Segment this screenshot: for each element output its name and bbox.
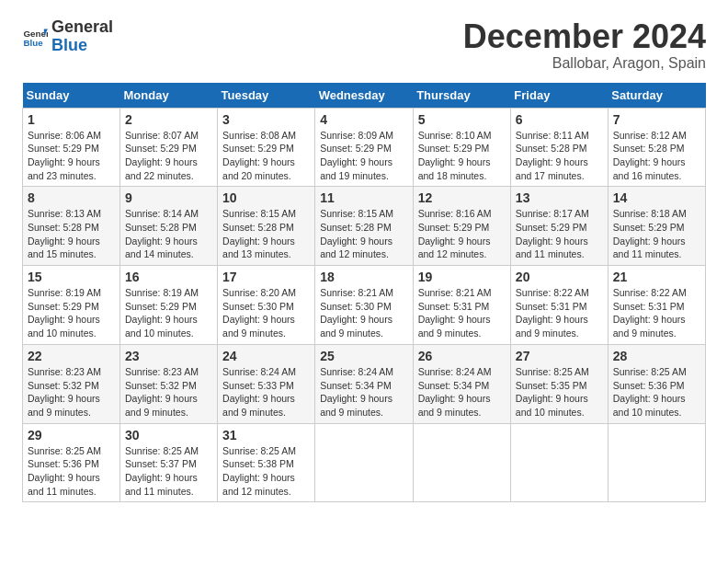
calendar-cell: 19Sunrise: 8:21 AMSunset: 5:31 PMDayligh…: [413, 266, 510, 345]
day-number: 19: [418, 270, 506, 284]
calendar-row-2: 15Sunrise: 8:19 AMSunset: 5:29 PMDayligh…: [23, 266, 706, 345]
header-row: Sunday Monday Tuesday Wednesday Thursday…: [23, 83, 706, 109]
day-info: Sunrise: 8:22 AMSunset: 5:31 PMDaylight:…: [613, 286, 700, 340]
day-info: Sunrise: 8:17 AMSunset: 5:29 PMDaylight:…: [516, 207, 603, 261]
title-area: December 2024 Ballobar, Aragon, Spain: [463, 18, 706, 72]
calendar-cell: 28Sunrise: 8:25 AMSunset: 5:36 PMDayligh…: [608, 344, 705, 423]
logo-blue: Blue: [51, 37, 113, 55]
calendar-cell: 11Sunrise: 8:15 AMSunset: 5:28 PMDayligh…: [315, 187, 413, 266]
calendar-cell: 13Sunrise: 8:17 AMSunset: 5:29 PMDayligh…: [510, 187, 608, 266]
calendar-cell: 3Sunrise: 8:08 AMSunset: 5:29 PMDaylight…: [218, 108, 315, 187]
day-number: 20: [516, 270, 603, 284]
calendar-cell: 8Sunrise: 8:13 AMSunset: 5:28 PMDaylight…: [23, 187, 120, 266]
day-info: Sunrise: 8:09 AMSunset: 5:29 PMDaylight:…: [320, 129, 407, 183]
day-info: Sunrise: 8:08 AMSunset: 5:29 PMDaylight:…: [222, 129, 310, 183]
day-number: 21: [613, 270, 700, 284]
month-title: December 2024: [463, 18, 706, 55]
day-info: Sunrise: 8:10 AMSunset: 5:29 PMDaylight:…: [418, 129, 506, 183]
col-saturday: Saturday: [608, 83, 705, 109]
day-number: 3: [222, 112, 310, 127]
day-number: 30: [125, 428, 212, 442]
calendar-row-4: 29Sunrise: 8:25 AMSunset: 5:36 PMDayligh…: [23, 423, 706, 502]
col-tuesday: Tuesday: [218, 83, 315, 109]
col-sunday: Sunday: [23, 83, 120, 109]
calendar-row-3: 22Sunrise: 8:23 AMSunset: 5:32 PMDayligh…: [23, 344, 706, 423]
calendar-cell: [608, 423, 705, 502]
calendar-cell: 25Sunrise: 8:24 AMSunset: 5:34 PMDayligh…: [315, 344, 413, 423]
day-info: Sunrise: 8:15 AMSunset: 5:28 PMDaylight:…: [222, 207, 310, 261]
day-number: 29: [28, 428, 115, 442]
day-info: Sunrise: 8:07 AMSunset: 5:29 PMDaylight:…: [125, 129, 212, 183]
day-number: 6: [516, 112, 603, 127]
calendar-cell: 29Sunrise: 8:25 AMSunset: 5:36 PMDayligh…: [23, 423, 120, 502]
day-number: 15: [28, 270, 115, 284]
day-number: 14: [613, 190, 700, 205]
day-info: Sunrise: 8:06 AMSunset: 5:29 PMDaylight:…: [28, 129, 115, 183]
calendar-cell: 9Sunrise: 8:14 AMSunset: 5:28 PMDaylight…: [120, 187, 218, 266]
day-number: 24: [222, 349, 310, 363]
calendar-row-1: 8Sunrise: 8:13 AMSunset: 5:28 PMDaylight…: [23, 187, 706, 266]
calendar-cell: 31Sunrise: 8:25 AMSunset: 5:38 PMDayligh…: [218, 423, 315, 502]
calendar-cell: 1Sunrise: 8:06 AMSunset: 5:29 PMDaylight…: [23, 108, 120, 187]
day-info: Sunrise: 8:19 AMSunset: 5:29 PMDaylight:…: [28, 286, 115, 340]
day-info: Sunrise: 8:13 AMSunset: 5:28 PMDaylight:…: [28, 207, 115, 261]
day-number: 9: [125, 190, 212, 205]
day-number: 18: [320, 270, 407, 284]
calendar-cell: 21Sunrise: 8:22 AMSunset: 5:31 PMDayligh…: [608, 266, 705, 345]
calendar-cell: 24Sunrise: 8:24 AMSunset: 5:33 PMDayligh…: [218, 344, 315, 423]
calendar-cell: 16Sunrise: 8:19 AMSunset: 5:29 PMDayligh…: [120, 266, 218, 345]
calendar-cell: 17Sunrise: 8:20 AMSunset: 5:30 PMDayligh…: [218, 266, 315, 345]
day-number: 13: [516, 190, 603, 205]
calendar-row-0: 1Sunrise: 8:06 AMSunset: 5:29 PMDaylight…: [23, 108, 706, 187]
day-number: 27: [516, 349, 603, 363]
location: Ballobar, Aragon, Spain: [463, 55, 706, 72]
day-number: 16: [125, 270, 212, 284]
day-number: 28: [613, 349, 700, 363]
calendar-cell: 10Sunrise: 8:15 AMSunset: 5:28 PMDayligh…: [218, 187, 315, 266]
calendar-cell: 23Sunrise: 8:23 AMSunset: 5:32 PMDayligh…: [120, 344, 218, 423]
day-info: Sunrise: 8:23 AMSunset: 5:32 PMDaylight:…: [125, 365, 212, 419]
day-number: 7: [613, 112, 700, 127]
day-info: Sunrise: 8:12 AMSunset: 5:28 PMDaylight:…: [613, 129, 700, 183]
day-number: 25: [320, 349, 407, 363]
day-number: 22: [28, 349, 115, 363]
day-info: Sunrise: 8:15 AMSunset: 5:28 PMDaylight:…: [320, 207, 407, 261]
day-info: Sunrise: 8:21 AMSunset: 5:31 PMDaylight:…: [418, 286, 506, 340]
day-info: Sunrise: 8:20 AMSunset: 5:30 PMDaylight:…: [222, 286, 310, 340]
day-number: 4: [320, 112, 407, 127]
col-thursday: Thursday: [413, 83, 510, 109]
day-number: 26: [418, 349, 506, 363]
day-info: Sunrise: 8:25 AMSunset: 5:37 PMDaylight:…: [125, 444, 212, 499]
logo: General Blue General Blue: [22, 18, 113, 55]
calendar-cell: 18Sunrise: 8:21 AMSunset: 5:30 PMDayligh…: [315, 266, 413, 345]
day-number: 8: [28, 190, 115, 205]
calendar-cell: 4Sunrise: 8:09 AMSunset: 5:29 PMDaylight…: [315, 108, 413, 187]
day-info: Sunrise: 8:25 AMSunset: 5:36 PMDaylight:…: [613, 365, 700, 419]
day-info: Sunrise: 8:25 AMSunset: 5:35 PMDaylight:…: [516, 365, 603, 419]
calendar-cell: 6Sunrise: 8:11 AMSunset: 5:28 PMDaylight…: [510, 108, 608, 187]
svg-text:Blue: Blue: [23, 38, 43, 48]
header: General Blue General Blue December 2024 …: [22, 18, 706, 72]
calendar-cell: 12Sunrise: 8:16 AMSunset: 5:29 PMDayligh…: [413, 187, 510, 266]
col-monday: Monday: [120, 83, 218, 109]
day-info: Sunrise: 8:21 AMSunset: 5:30 PMDaylight:…: [320, 286, 407, 340]
day-info: Sunrise: 8:14 AMSunset: 5:28 PMDaylight:…: [125, 207, 212, 261]
calendar-cell: 15Sunrise: 8:19 AMSunset: 5:29 PMDayligh…: [23, 266, 120, 345]
day-info: Sunrise: 8:23 AMSunset: 5:32 PMDaylight:…: [28, 365, 115, 419]
calendar-table: Sunday Monday Tuesday Wednesday Thursday…: [22, 83, 706, 503]
calendar-cell: 7Sunrise: 8:12 AMSunset: 5:28 PMDaylight…: [608, 108, 705, 187]
calendar-cell: 30Sunrise: 8:25 AMSunset: 5:37 PMDayligh…: [120, 423, 218, 502]
calendar-cell: 27Sunrise: 8:25 AMSunset: 5:35 PMDayligh…: [510, 344, 608, 423]
day-number: 11: [320, 190, 407, 205]
day-info: Sunrise: 8:24 AMSunset: 5:34 PMDaylight:…: [320, 365, 407, 419]
day-info: Sunrise: 8:11 AMSunset: 5:28 PMDaylight:…: [516, 129, 603, 183]
col-wednesday: Wednesday: [315, 83, 413, 109]
day-info: Sunrise: 8:19 AMSunset: 5:29 PMDaylight:…: [125, 286, 212, 340]
day-number: 2: [125, 112, 212, 127]
logo-general: General: [51, 17, 113, 36]
day-number: 17: [222, 270, 310, 284]
calendar-cell: [315, 423, 413, 502]
day-number: 31: [222, 428, 310, 442]
calendar-cell: [510, 423, 608, 502]
day-number: 12: [418, 190, 506, 205]
